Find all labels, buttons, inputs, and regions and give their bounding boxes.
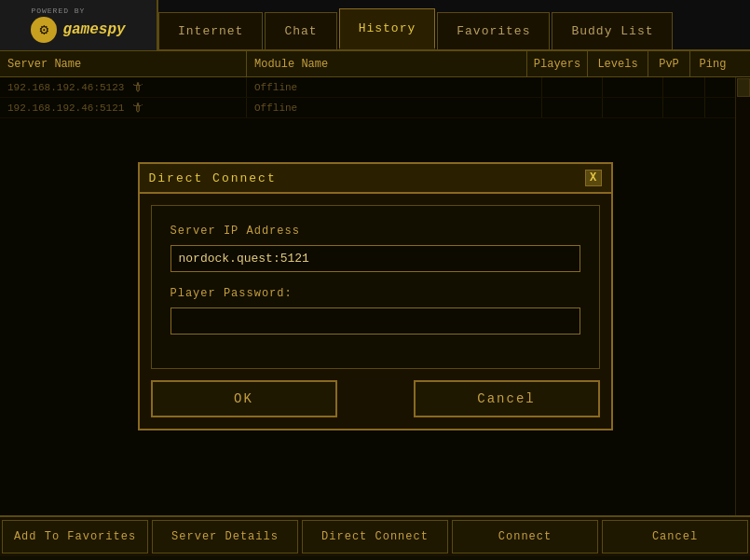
ip-address-label: Server IP Address — [170, 225, 580, 238]
col-module-name: Module Name — [247, 51, 527, 76]
table-header: Server Name Module Name Players Levels P… — [0, 51, 750, 77]
tab-buddy-list[interactable]: Buddy List — [552, 12, 673, 49]
modal-titlebar: Direct Connect X — [140, 164, 611, 194]
modal-overlay: Direct Connect X Server IP Address Playe… — [0, 77, 750, 515]
tab-favorites[interactable]: Favorites — [437, 12, 550, 49]
direct-connect-button[interactable]: Direct Connect — [302, 520, 448, 553]
modal-title: Direct Connect — [149, 171, 277, 185]
tab-internet[interactable]: Internet — [158, 12, 263, 49]
ok-button[interactable]: OK — [151, 380, 337, 417]
cancel-button[interactable]: Cancel — [414, 380, 600, 417]
logo-area: POWERED BY ⚙ gamespy — [0, 0, 158, 50]
col-pvp: PvP — [648, 51, 690, 76]
password-input[interactable] — [170, 307, 580, 335]
powered-by-text: POWERED BY — [31, 7, 125, 15]
table-body: 192.168.192.46:5123 🗡 Offline 192.168.19… — [0, 77, 750, 515]
modal-buttons: OK Cancel — [151, 380, 600, 417]
modal-body: Server IP Address Player Password: — [151, 205, 600, 369]
connect-button[interactable]: Connect — [452, 520, 598, 553]
col-ping: Ping — [690, 51, 735, 76]
cancel-button[interactable]: Cancel — [602, 520, 748, 553]
col-server-name: Server Name — [0, 51, 247, 76]
gamespy-icon: ⚙ — [31, 17, 57, 43]
gamespy-logo: gamespy — [62, 21, 125, 38]
tab-history[interactable]: History — [339, 8, 436, 49]
header: POWERED BY ⚙ gamespy Internet Chat Histo… — [0, 0, 750, 51]
ip-address-input[interactable] — [170, 245, 580, 272]
tab-chat[interactable]: Chat — [265, 12, 336, 49]
modal-close-button[interactable]: X — [585, 170, 602, 186]
add-to-favorites-button[interactable]: Add To Favorites — [2, 520, 148, 553]
col-levels: Levels — [588, 51, 648, 76]
bottom-toolbar: Add To Favorites Server Details Direct C… — [0, 515, 750, 556]
nav-tabs: Internet Chat History Favorites Buddy Li… — [158, 0, 750, 49]
direct-connect-modal: Direct Connect X Server IP Address Playe… — [138, 162, 613, 430]
col-players: Players — [527, 51, 588, 76]
server-details-button[interactable]: Server Details — [152, 520, 298, 553]
password-label: Player Password: — [170, 287, 580, 300]
